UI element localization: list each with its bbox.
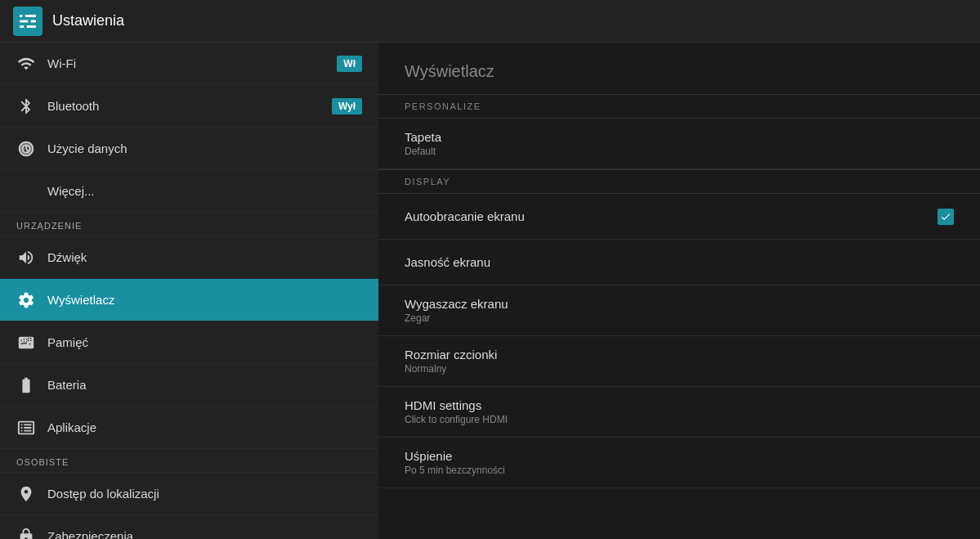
sound-icon xyxy=(16,248,36,267)
wifi-icon xyxy=(16,54,36,74)
wifi-toggle-on-label: Wł xyxy=(337,56,362,72)
sidebar-item-data-usage-label: Użycie danych xyxy=(47,141,362,155)
battery-icon xyxy=(16,375,36,395)
screensaver-title: Wygaszacz ekranu xyxy=(405,297,954,311)
sidebar-item-apps-label: Aplikacje xyxy=(47,420,362,434)
brightness-text: Jasność ekranu xyxy=(405,255,954,269)
content-section-personalize: PERSONALIZE xyxy=(378,94,980,119)
svg-point-5 xyxy=(24,25,27,28)
svg-point-3 xyxy=(22,14,25,17)
auto-rotate-title: Autoobracanie ekranu xyxy=(405,209,937,223)
hdmi-title: HDMI settings xyxy=(405,398,954,412)
content-item-wallpaper[interactable]: Tapeta Default xyxy=(378,119,980,169)
sidebar-item-more[interactable]: Więcej... xyxy=(0,170,378,213)
sidebar-item-data-usage[interactable]: Użycie danych xyxy=(0,128,378,170)
bluetooth-icon xyxy=(16,97,36,116)
content-item-auto-rotate[interactable]: Autoobracanie ekranu xyxy=(378,194,980,240)
bluetooth-toggle-switch[interactable]: Wył xyxy=(332,98,362,115)
section-header-device: URZĄDZENIE xyxy=(0,213,378,236)
content-item-font-size[interactable]: Rozmiar czcionki Normalny xyxy=(378,336,980,387)
content-panel-title: Wyświetlacz xyxy=(378,43,980,94)
sidebar-item-wifi[interactable]: Wi-Fi Wł xyxy=(0,43,378,85)
section-header-personal: OSOBISTE xyxy=(0,449,378,473)
content-item-sleep[interactable]: Uśpienie Po 5 min bezczynności xyxy=(378,438,980,488)
wallpaper-subtitle: Default xyxy=(405,146,954,157)
wallpaper-text: Tapeta Default xyxy=(405,130,954,157)
sidebar-item-more-label: Więcej... xyxy=(47,184,362,198)
sidebar-item-bluetooth[interactable]: Bluetooth Wył xyxy=(0,85,378,128)
hdmi-subtitle: Click to configure HDMI xyxy=(405,414,954,425)
sidebar-item-security-label: Zabezpieczenia xyxy=(47,529,362,539)
font-size-text: Rozmiar czcionki Normalny xyxy=(405,348,954,375)
content-section-display: DISPLAY xyxy=(378,169,980,194)
security-icon xyxy=(16,527,36,540)
svg-point-4 xyxy=(28,20,31,23)
auto-rotate-text: Autoobracanie ekranu xyxy=(405,209,937,223)
sidebar-item-location-label: Dostęp do lokalizacji xyxy=(47,487,362,501)
wifi-toggle[interactable]: Wł xyxy=(337,56,362,72)
font-size-title: Rozmiar czcionki xyxy=(405,348,954,362)
sleep-text: Uśpienie Po 5 min bezczynności xyxy=(405,449,954,476)
sidebar-item-display[interactable]: Wyświetlacz xyxy=(0,279,378,321)
wifi-toggle-switch[interactable]: Wł xyxy=(337,56,362,72)
sidebar-item-display-label: Wyświetlacz xyxy=(47,293,362,307)
title-bar: Ustawienia xyxy=(0,0,980,43)
svg-rect-2 xyxy=(20,25,36,28)
display-icon xyxy=(16,290,36,310)
content-item-brightness[interactable]: Jasność ekranu xyxy=(378,240,980,285)
sidebar-item-memory[interactable]: Pamięć xyxy=(0,321,378,364)
location-icon xyxy=(16,484,36,504)
brightness-title: Jasność ekranu xyxy=(405,255,954,269)
sleep-title: Uśpienie xyxy=(405,449,954,463)
sidebar-item-wifi-label: Wi-Fi xyxy=(47,56,325,70)
auto-rotate-check xyxy=(937,209,954,225)
bluetooth-toggle-off-label: Wył xyxy=(332,98,362,115)
hdmi-text: HDMI settings Click to configure HDMI xyxy=(405,398,954,425)
sidebar-item-location[interactable]: Dostęp do lokalizacji xyxy=(0,473,378,515)
more-icon xyxy=(16,182,36,201)
sidebar-item-bluetooth-label: Bluetooth xyxy=(47,99,320,113)
content-item-hdmi[interactable]: HDMI settings Click to configure HDMI xyxy=(378,387,980,438)
content-item-screensaver[interactable]: Wygaszacz ekranu Zegar xyxy=(378,285,980,336)
screensaver-text: Wygaszacz ekranu Zegar xyxy=(405,297,954,324)
screensaver-subtitle: Zegar xyxy=(405,312,954,324)
sidebar-item-sound-label: Dźwięk xyxy=(47,250,362,264)
sleep-subtitle: Po 5 min bezczynności xyxy=(405,465,954,476)
main-layout: Wi-Fi Wł Bluetooth Wył xyxy=(0,43,980,539)
bluetooth-toggle[interactable]: Wył xyxy=(332,98,362,115)
font-size-subtitle: Normalny xyxy=(405,363,954,375)
memory-icon xyxy=(16,333,36,353)
sidebar: Wi-Fi Wł Bluetooth Wył xyxy=(0,43,378,539)
sidebar-item-memory-label: Pamięć xyxy=(47,335,362,349)
sidebar-item-battery-label: Bateria xyxy=(47,378,362,392)
sidebar-item-apps[interactable]: Aplikacje xyxy=(0,406,378,449)
data-usage-icon xyxy=(16,139,36,159)
sidebar-item-sound[interactable]: Dźwięk xyxy=(0,236,378,279)
app-icon xyxy=(13,7,43,36)
apps-icon xyxy=(16,418,36,438)
sidebar-item-security[interactable]: Zabezpieczenia xyxy=(0,515,378,539)
app-title: Ustawienia xyxy=(52,12,124,29)
wallpaper-title: Tapeta xyxy=(405,130,954,144)
sidebar-item-battery[interactable]: Bateria xyxy=(0,364,378,406)
content-panel: Wyświetlacz PERSONALIZE Tapeta Default D… xyxy=(378,43,980,539)
